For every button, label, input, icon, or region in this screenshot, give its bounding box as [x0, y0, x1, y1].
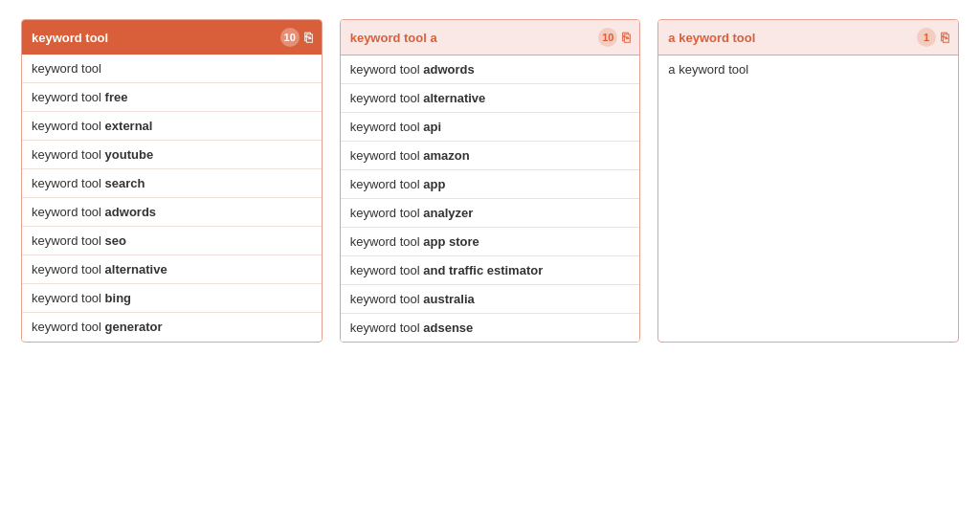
header-right-3: 1⎘	[917, 28, 948, 47]
list-item[interactable]: keyword tool analyzer	[341, 199, 640, 228]
column-header-title-2: keyword tool a	[350, 31, 437, 45]
list-item[interactable]: keyword tool adsense	[341, 314, 640, 342]
list-item[interactable]: keyword tool adwords	[341, 55, 640, 84]
keyword-list-3: a keyword tool	[658, 55, 958, 83]
count-badge-3: 1	[917, 28, 936, 47]
column-header-title-1: keyword tool	[32, 31, 108, 45]
copy-icon-1[interactable]: ⎘	[304, 30, 312, 45]
list-item[interactable]: keyword tool	[22, 55, 322, 83]
count-badge-2: 10	[598, 28, 617, 47]
header-right-2: 10⎘	[598, 28, 630, 47]
list-item[interactable]: keyword tool bing	[22, 284, 322, 313]
list-item[interactable]: keyword tool free	[22, 83, 322, 112]
list-item[interactable]: keyword tool and traffic estimator	[341, 256, 640, 285]
column-header-title-3: a keyword tool	[668, 31, 755, 45]
list-item[interactable]: keyword tool alternative	[22, 255, 322, 284]
count-badge-1: 10	[280, 28, 300, 47]
list-item[interactable]: keyword tool api	[341, 113, 640, 142]
list-item[interactable]: keyword tool australia	[341, 285, 640, 314]
list-item[interactable]: keyword tool app	[341, 170, 640, 199]
keyword-column-2: keyword tool a10⎘keyword tool adwordskey…	[340, 19, 641, 343]
list-item[interactable]: a keyword tool	[658, 55, 958, 83]
list-item[interactable]: keyword tool youtube	[22, 141, 322, 169]
list-item[interactable]: keyword tool generator	[22, 313, 322, 341]
list-item[interactable]: keyword tool seo	[22, 227, 322, 255]
list-item[interactable]: keyword tool search	[22, 169, 322, 198]
list-item[interactable]: keyword tool adwords	[22, 198, 322, 227]
list-item[interactable]: keyword tool amazon	[341, 142, 640, 170]
keyword-column-1: keyword tool10⎘keyword toolkeyword tool …	[21, 19, 323, 343]
column-header-1: keyword tool10⎘	[22, 20, 322, 55]
list-item[interactable]: keyword tool alternative	[341, 84, 640, 113]
keyword-list-2: keyword tool adwordskeyword tool alterna…	[341, 55, 640, 342]
keyword-list-1: keyword toolkeyword tool freekeyword too…	[22, 55, 322, 341]
list-item[interactable]: keyword tool app store	[341, 228, 640, 256]
column-header-2: keyword tool a10⎘	[341, 20, 640, 55]
header-right-1: 10⎘	[280, 28, 312, 47]
copy-icon-3[interactable]: ⎘	[941, 30, 948, 45]
keyword-column-3: a keyword tool1⎘a keyword tool	[657, 19, 959, 343]
columns-wrapper: keyword tool10⎘keyword toolkeyword tool …	[21, 19, 959, 343]
copy-icon-2[interactable]: ⎘	[622, 30, 630, 45]
column-header-3: a keyword tool1⎘	[658, 20, 958, 55]
list-item[interactable]: keyword tool external	[22, 112, 322, 141]
